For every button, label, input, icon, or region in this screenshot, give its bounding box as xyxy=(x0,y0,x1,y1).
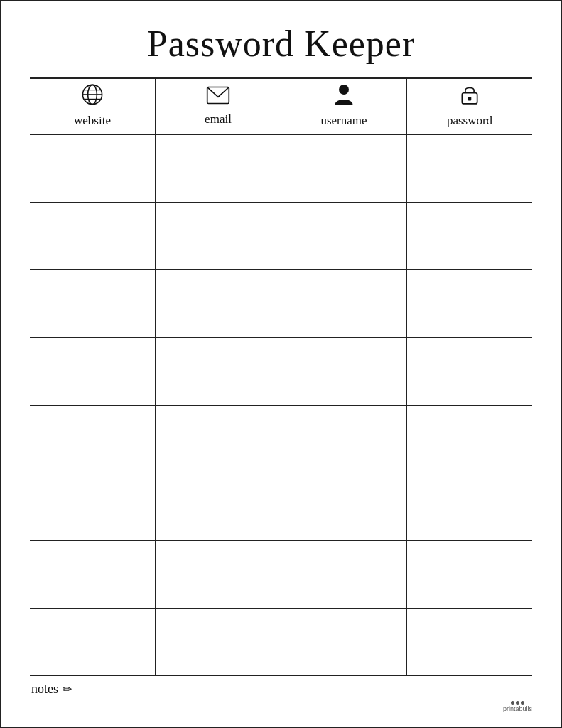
table-row xyxy=(30,270,532,338)
table-row xyxy=(30,135,532,203)
cell-username-1 xyxy=(281,135,407,202)
header-username: username xyxy=(281,79,407,134)
header-website-label: website xyxy=(74,114,111,128)
cell-email-2 xyxy=(156,203,281,269)
pencil-icon: ✏ xyxy=(63,682,72,696)
cell-website-5 xyxy=(30,406,156,473)
cell-website-7 xyxy=(30,541,156,608)
cell-password-2 xyxy=(407,203,532,269)
cell-email-7 xyxy=(156,541,281,608)
person-icon xyxy=(334,83,354,111)
cell-email-6 xyxy=(156,473,281,540)
watermark-dots xyxy=(511,701,524,705)
notes-section: notes ✏ xyxy=(30,676,532,700)
cell-username-4 xyxy=(281,338,407,405)
cell-email-4 xyxy=(156,338,281,405)
cell-email-1 xyxy=(156,135,281,202)
cell-website-3 xyxy=(30,270,156,337)
lock-icon xyxy=(460,83,480,111)
cell-website-8 xyxy=(30,609,156,675)
watermark-logo: printabulls xyxy=(503,701,532,712)
table-row xyxy=(30,473,532,541)
cell-email-8 xyxy=(156,609,281,675)
cell-password-4 xyxy=(407,338,532,405)
table-row xyxy=(30,338,532,405)
cell-website-1 xyxy=(30,135,156,202)
table-header: website email username xyxy=(30,77,532,135)
cell-username-5 xyxy=(281,406,407,473)
cell-password-3 xyxy=(407,270,532,337)
header-password-label: password xyxy=(447,114,492,128)
cell-password-1 xyxy=(407,135,532,202)
globe-icon xyxy=(81,83,104,111)
cell-password-8 xyxy=(407,609,532,675)
watermark: printabulls xyxy=(30,701,532,712)
header-website: website xyxy=(30,79,156,134)
header-username-label: username xyxy=(320,114,367,128)
dot3 xyxy=(521,701,524,705)
cell-email-5 xyxy=(156,406,281,473)
cell-username-3 xyxy=(281,270,407,337)
table-row xyxy=(30,609,532,675)
table-row xyxy=(30,406,532,473)
page: Password Keeper website xyxy=(0,0,562,728)
page-title: Password Keeper xyxy=(30,23,532,65)
cell-username-2 xyxy=(281,203,407,269)
svg-point-6 xyxy=(339,85,349,95)
table-row xyxy=(30,541,532,609)
cell-username-6 xyxy=(281,473,407,540)
watermark-text-label: printabulls xyxy=(503,705,532,712)
cell-website-6 xyxy=(30,473,156,540)
cell-website-2 xyxy=(30,203,156,269)
cell-password-6 xyxy=(407,473,532,540)
header-email-label: email xyxy=(205,112,232,127)
cell-username-8 xyxy=(281,609,407,675)
notes-label: notes xyxy=(31,682,58,697)
cell-password-7 xyxy=(407,541,532,608)
cell-password-5 xyxy=(407,406,532,473)
dot2 xyxy=(516,701,519,705)
email-icon xyxy=(206,85,230,109)
header-password: password xyxy=(407,79,532,134)
table-body xyxy=(30,135,532,676)
table-row xyxy=(30,203,532,270)
dot1 xyxy=(511,701,514,705)
cell-website-4 xyxy=(30,338,156,405)
cell-username-7 xyxy=(281,541,407,608)
svg-rect-8 xyxy=(468,97,472,100)
header-email: email xyxy=(156,79,281,134)
cell-email-3 xyxy=(156,270,281,337)
